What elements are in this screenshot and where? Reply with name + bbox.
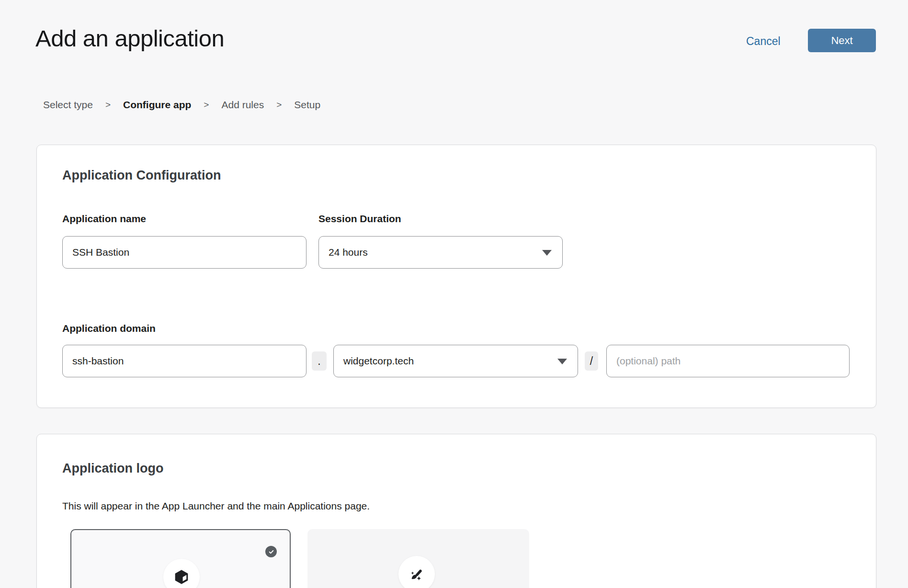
breadcrumb-separator: > <box>204 100 209 110</box>
session-duration-value: 24 hours <box>329 247 368 258</box>
breadcrumb-step-setup: Setup <box>294 99 320 111</box>
breadcrumb-step-select-type: Select type <box>43 99 93 111</box>
logo-option-custom[interactable] <box>307 529 529 588</box>
application-domain-label: Application domain <box>62 323 156 334</box>
default-logo-circle <box>163 559 200 588</box>
application-configuration-card: Application Configuration Application na… <box>36 145 876 408</box>
domain-value: widgetcorp.tech <box>343 355 414 367</box>
cancel-button[interactable]: Cancel <box>746 35 781 48</box>
chevron-down-icon <box>557 359 567 364</box>
breadcrumb-separator: > <box>276 100 282 110</box>
breadcrumb-separator: > <box>105 100 111 110</box>
application-name-input[interactable] <box>62 236 306 269</box>
breadcrumb-step-add-rules: Add rules <box>221 99 264 111</box>
cube-icon <box>173 569 190 585</box>
subdomain-input[interactable] <box>62 345 306 377</box>
slash-separator: / <box>585 351 598 371</box>
paintbrush-icon <box>408 565 426 583</box>
application-logo-description: This will appear in the App Launcher and… <box>62 500 370 512</box>
logo-option-default[interactable] <box>70 529 291 588</box>
page-title: Add an application <box>35 25 224 52</box>
chevron-down-icon <box>542 250 552 256</box>
application-logo-card: Application logo This will appear in the… <box>36 434 876 588</box>
application-name-label: Application name <box>62 213 146 225</box>
custom-logo-circle <box>398 556 435 588</box>
domain-select[interactable]: widgetcorp.tech <box>333 345 578 377</box>
dot-separator: . <box>312 351 327 371</box>
session-duration-select[interactable]: 24 hours <box>318 236 563 269</box>
next-button[interactable]: Next <box>808 29 876 52</box>
application-logo-heading: Application logo <box>62 461 163 476</box>
application-configuration-heading: Application Configuration <box>62 168 221 183</box>
selected-check-icon <box>265 546 277 557</box>
breadcrumb: Select type > Configure app > Add rules … <box>43 99 320 111</box>
path-input[interactable] <box>606 345 850 377</box>
breadcrumb-step-configure-app: Configure app <box>123 99 191 111</box>
session-duration-label: Session Duration <box>318 213 401 225</box>
